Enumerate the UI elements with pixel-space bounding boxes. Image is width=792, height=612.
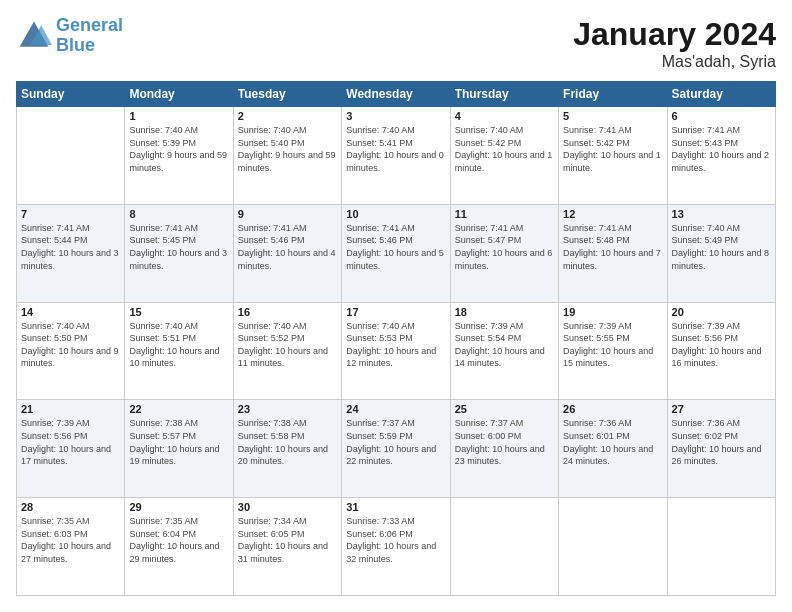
day-number: 22	[129, 403, 228, 415]
day-info: Sunrise: 7:40 AM Sunset: 5:39 PM Dayligh…	[129, 124, 228, 174]
day-info: Sunrise: 7:41 AM Sunset: 5:46 PM Dayligh…	[346, 222, 445, 272]
day-number: 4	[455, 110, 554, 122]
calendar-week-row: 7Sunrise: 7:41 AM Sunset: 5:44 PM Daylig…	[17, 204, 776, 302]
day-info: Sunrise: 7:41 AM Sunset: 5:43 PM Dayligh…	[672, 124, 771, 174]
calendar-cell: 2Sunrise: 7:40 AM Sunset: 5:40 PM Daylig…	[233, 107, 341, 205]
calendar-cell: 23Sunrise: 7:38 AM Sunset: 5:58 PM Dayli…	[233, 400, 341, 498]
day-number: 9	[238, 208, 337, 220]
calendar-cell: 31Sunrise: 7:33 AM Sunset: 6:06 PM Dayli…	[342, 498, 450, 596]
day-info: Sunrise: 7:41 AM Sunset: 5:46 PM Dayligh…	[238, 222, 337, 272]
calendar-cell: 12Sunrise: 7:41 AM Sunset: 5:48 PM Dayli…	[559, 204, 667, 302]
day-info: Sunrise: 7:36 AM Sunset: 6:02 PM Dayligh…	[672, 417, 771, 467]
calendar-cell: 16Sunrise: 7:40 AM Sunset: 5:52 PM Dayli…	[233, 302, 341, 400]
day-info: Sunrise: 7:40 AM Sunset: 5:40 PM Dayligh…	[238, 124, 337, 174]
day-number: 26	[563, 403, 662, 415]
calendar-cell: 30Sunrise: 7:34 AM Sunset: 6:05 PM Dayli…	[233, 498, 341, 596]
logo-text: General Blue	[56, 16, 123, 56]
day-info: Sunrise: 7:38 AM Sunset: 5:57 PM Dayligh…	[129, 417, 228, 467]
calendar-cell	[450, 498, 558, 596]
calendar-cell: 25Sunrise: 7:37 AM Sunset: 6:00 PM Dayli…	[450, 400, 558, 498]
day-number: 25	[455, 403, 554, 415]
weekday-header: Thursday	[450, 82, 558, 107]
day-number: 5	[563, 110, 662, 122]
day-info: Sunrise: 7:40 AM Sunset: 5:49 PM Dayligh…	[672, 222, 771, 272]
calendar-cell: 4Sunrise: 7:40 AM Sunset: 5:42 PM Daylig…	[450, 107, 558, 205]
weekday-header: Wednesday	[342, 82, 450, 107]
day-number: 16	[238, 306, 337, 318]
day-info: Sunrise: 7:35 AM Sunset: 6:04 PM Dayligh…	[129, 515, 228, 565]
day-info: Sunrise: 7:41 AM Sunset: 5:48 PM Dayligh…	[563, 222, 662, 272]
day-info: Sunrise: 7:36 AM Sunset: 6:01 PM Dayligh…	[563, 417, 662, 467]
day-number: 6	[672, 110, 771, 122]
day-number: 18	[455, 306, 554, 318]
calendar-cell: 3Sunrise: 7:40 AM Sunset: 5:41 PM Daylig…	[342, 107, 450, 205]
day-number: 19	[563, 306, 662, 318]
day-info: Sunrise: 7:33 AM Sunset: 6:06 PM Dayligh…	[346, 515, 445, 565]
day-info: Sunrise: 7:40 AM Sunset: 5:50 PM Dayligh…	[21, 320, 120, 370]
day-number: 31	[346, 501, 445, 513]
day-number: 8	[129, 208, 228, 220]
day-number: 24	[346, 403, 445, 415]
calendar-week-row: 21Sunrise: 7:39 AM Sunset: 5:56 PM Dayli…	[17, 400, 776, 498]
calendar-cell: 24Sunrise: 7:37 AM Sunset: 5:59 PM Dayli…	[342, 400, 450, 498]
weekday-header: Monday	[125, 82, 233, 107]
day-number: 11	[455, 208, 554, 220]
calendar-cell: 29Sunrise: 7:35 AM Sunset: 6:04 PM Dayli…	[125, 498, 233, 596]
day-number: 1	[129, 110, 228, 122]
day-info: Sunrise: 7:39 AM Sunset: 5:55 PM Dayligh…	[563, 320, 662, 370]
day-info: Sunrise: 7:40 AM Sunset: 5:53 PM Dayligh…	[346, 320, 445, 370]
calendar-cell: 6Sunrise: 7:41 AM Sunset: 5:43 PM Daylig…	[667, 107, 775, 205]
day-info: Sunrise: 7:41 AM Sunset: 5:44 PM Dayligh…	[21, 222, 120, 272]
day-number: 17	[346, 306, 445, 318]
calendar-cell	[17, 107, 125, 205]
page: General Blue January 2024 Mas'adah, Syri…	[0, 0, 792, 612]
day-number: 29	[129, 501, 228, 513]
calendar-cell: 13Sunrise: 7:40 AM Sunset: 5:49 PM Dayli…	[667, 204, 775, 302]
day-number: 10	[346, 208, 445, 220]
day-number: 14	[21, 306, 120, 318]
calendar-cell: 11Sunrise: 7:41 AM Sunset: 5:47 PM Dayli…	[450, 204, 558, 302]
calendar-cell: 14Sunrise: 7:40 AM Sunset: 5:50 PM Dayli…	[17, 302, 125, 400]
calendar-week-row: 14Sunrise: 7:40 AM Sunset: 5:50 PM Dayli…	[17, 302, 776, 400]
calendar-cell: 18Sunrise: 7:39 AM Sunset: 5:54 PM Dayli…	[450, 302, 558, 400]
calendar-header-row: SundayMondayTuesdayWednesdayThursdayFrid…	[17, 82, 776, 107]
calendar-cell: 1Sunrise: 7:40 AM Sunset: 5:39 PM Daylig…	[125, 107, 233, 205]
calendar-cell: 22Sunrise: 7:38 AM Sunset: 5:57 PM Dayli…	[125, 400, 233, 498]
day-info: Sunrise: 7:40 AM Sunset: 5:41 PM Dayligh…	[346, 124, 445, 174]
calendar-cell: 15Sunrise: 7:40 AM Sunset: 5:51 PM Dayli…	[125, 302, 233, 400]
day-number: 23	[238, 403, 337, 415]
logo-icon	[16, 18, 52, 54]
day-number: 3	[346, 110, 445, 122]
calendar-cell: 27Sunrise: 7:36 AM Sunset: 6:02 PM Dayli…	[667, 400, 775, 498]
weekday-header: Tuesday	[233, 82, 341, 107]
day-info: Sunrise: 7:39 AM Sunset: 5:56 PM Dayligh…	[21, 417, 120, 467]
calendar-week-row: 28Sunrise: 7:35 AM Sunset: 6:03 PM Dayli…	[17, 498, 776, 596]
day-info: Sunrise: 7:40 AM Sunset: 5:42 PM Dayligh…	[455, 124, 554, 174]
day-number: 21	[21, 403, 120, 415]
day-number: 20	[672, 306, 771, 318]
location: Mas'adah, Syria	[573, 53, 776, 71]
calendar-cell: 26Sunrise: 7:36 AM Sunset: 6:01 PM Dayli…	[559, 400, 667, 498]
calendar-week-row: 1Sunrise: 7:40 AM Sunset: 5:39 PM Daylig…	[17, 107, 776, 205]
header: General Blue January 2024 Mas'adah, Syri…	[16, 16, 776, 71]
month-title: January 2024	[573, 16, 776, 53]
day-number: 27	[672, 403, 771, 415]
day-info: Sunrise: 7:40 AM Sunset: 5:52 PM Dayligh…	[238, 320, 337, 370]
calendar-cell: 7Sunrise: 7:41 AM Sunset: 5:44 PM Daylig…	[17, 204, 125, 302]
logo: General Blue	[16, 16, 123, 56]
calendar-cell: 9Sunrise: 7:41 AM Sunset: 5:46 PM Daylig…	[233, 204, 341, 302]
weekday-header: Friday	[559, 82, 667, 107]
day-number: 2	[238, 110, 337, 122]
day-info: Sunrise: 7:34 AM Sunset: 6:05 PM Dayligh…	[238, 515, 337, 565]
calendar-cell: 10Sunrise: 7:41 AM Sunset: 5:46 PM Dayli…	[342, 204, 450, 302]
day-info: Sunrise: 7:41 AM Sunset: 5:45 PM Dayligh…	[129, 222, 228, 272]
day-info: Sunrise: 7:37 AM Sunset: 5:59 PM Dayligh…	[346, 417, 445, 467]
calendar-cell: 8Sunrise: 7:41 AM Sunset: 5:45 PM Daylig…	[125, 204, 233, 302]
title-area: January 2024 Mas'adah, Syria	[573, 16, 776, 71]
day-info: Sunrise: 7:40 AM Sunset: 5:51 PM Dayligh…	[129, 320, 228, 370]
day-info: Sunrise: 7:41 AM Sunset: 5:42 PM Dayligh…	[563, 124, 662, 174]
calendar-cell: 19Sunrise: 7:39 AM Sunset: 5:55 PM Dayli…	[559, 302, 667, 400]
day-number: 13	[672, 208, 771, 220]
day-info: Sunrise: 7:39 AM Sunset: 5:56 PM Dayligh…	[672, 320, 771, 370]
calendar-cell: 17Sunrise: 7:40 AM Sunset: 5:53 PM Dayli…	[342, 302, 450, 400]
